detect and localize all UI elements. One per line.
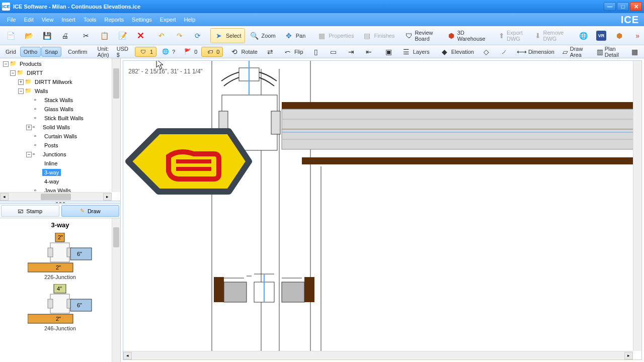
cube-button[interactable]: ⬢: [611, 28, 628, 43]
finishes-button[interactable]: ▤Finishes: [358, 28, 398, 43]
review-board-button[interactable]: 🛡Review Board: [402, 27, 439, 44]
close-button[interactable]: ✕: [630, 2, 642, 11]
badge-1[interactable]: 🛡1: [135, 47, 156, 57]
drawarea-button[interactable]: ▱Draw Area: [558, 47, 590, 57]
elev2-button[interactable]: ◇: [478, 47, 495, 57]
menu-reports[interactable]: Reports: [101, 15, 128, 25]
layers-a-button[interactable]: ▣: [380, 47, 397, 57]
menu-expert[interactable]: Expert: [156, 15, 180, 25]
layers-button[interactable]: ☰Layers: [398, 47, 433, 57]
currency-selector[interactable]: USD $: [113, 47, 132, 57]
save-button[interactable]: 💾: [38, 28, 55, 43]
tree-millwork[interactable]: +📁DIRTT Millwork: [1, 77, 119, 86]
remove-dwg-button[interactable]: ⬇Remove DWG: [531, 27, 571, 44]
junction-preview-1[interactable]: 2" 6" 2": [28, 233, 93, 273]
tree-stack[interactable]: ▫Stack Walls: [1, 96, 119, 105]
folder-icon: 📁: [17, 69, 24, 76]
draw-mode[interactable]: ✎Draw: [61, 205, 120, 217]
undo-button[interactable]: ↶: [153, 28, 170, 43]
plandetail-button[interactable]: ▥Plan Detail: [593, 47, 626, 57]
rotate-button[interactable]: ⟲Rotate: [226, 47, 261, 57]
align4-button[interactable]: ⇤: [360, 47, 377, 57]
cut-button[interactable]: ✂: [77, 28, 95, 43]
elevation-button[interactable]: ◆Elevation: [436, 47, 477, 57]
badge-q[interactable]: 🌐?: [157, 47, 179, 57]
mirror-button[interactable]: ⇄: [262, 47, 279, 57]
badge-0a[interactable]: 🚩0: [179, 47, 201, 57]
junction-preview-2[interactable]: 4" 6" 2": [28, 284, 93, 324]
tree-glass[interactable]: ▫Glass Walls: [1, 105, 119, 114]
copy-button[interactable]: 📋: [96, 28, 113, 43]
svg-rect-7: [28, 263, 73, 272]
maximize-button[interactable]: □: [617, 2, 629, 11]
menu-tools[interactable]: Tools: [79, 15, 101, 25]
expand-icon[interactable]: +: [26, 125, 32, 130]
svg-rect-41: [282, 282, 304, 302]
globe-button[interactable]: 🌐: [575, 28, 592, 43]
tree-4way[interactable]: 4-way: [1, 177, 119, 186]
badge-0b[interactable]: 🏷0: [201, 47, 223, 57]
canvas-vscroll[interactable]: [633, 61, 641, 351]
tree-stick[interactable]: ▫Stick Built Walls: [1, 114, 119, 123]
snap-toggle[interactable]: Snap: [41, 47, 61, 57]
stamp-mode[interactable]: 🖃Stamp: [1, 205, 59, 217]
svg-rect-3: [48, 248, 53, 257]
paste-button[interactable]: 📝: [114, 28, 131, 43]
select-tool[interactable]: ➤Select: [210, 28, 245, 43]
print-button[interactable]: 🖨: [56, 28, 73, 43]
collapse-icon[interactable]: −: [3, 61, 9, 67]
menu-insert[interactable]: Insert: [57, 15, 79, 25]
vr-button[interactable]: VR: [593, 28, 610, 43]
elev3-button[interactable]: ⟋: [496, 47, 513, 57]
tree-scrollbar[interactable]: [112, 58, 120, 192]
tree-root[interactable]: −📁Products: [1, 59, 119, 68]
tree-dirtt[interactable]: −📁DIRTT: [1, 68, 119, 77]
menu-view[interactable]: View: [38, 15, 58, 25]
junction-2-label: 246-Junction: [0, 325, 120, 331]
collapse-icon[interactable]: −: [26, 152, 32, 157]
refresh-button[interactable]: ⟳: [189, 28, 206, 43]
plan2-button[interactable]: ▦: [626, 47, 643, 57]
expand-icon[interactable]: +: [18, 79, 24, 85]
confirm-button[interactable]: Confirm: [64, 47, 91, 57]
overflow-button[interactable]: »: [629, 28, 644, 43]
svg-rect-38: [214, 277, 224, 302]
menu-file[interactable]: File: [3, 15, 20, 25]
align3-button[interactable]: ⇥: [343, 47, 360, 57]
new-button[interactable]: 📄: [2, 28, 19, 43]
canvas-hscroll[interactable]: ◂▸: [123, 351, 633, 359]
tree-inline[interactable]: Inline: [1, 159, 119, 168]
menu-help[interactable]: Help: [180, 15, 200, 25]
tree-posts[interactable]: ▫Posts: [1, 141, 119, 150]
cube-icon: ⬢: [614, 31, 624, 41]
delete-button[interactable]: ✕: [132, 28, 149, 43]
drawing-canvas[interactable]: 282' - 2 15/16", 31' - 11 1/4": [123, 60, 642, 360]
tree-junctions[interactable]: −▫Junctions: [1, 150, 119, 159]
tree-walls[interactable]: −📁Walls: [1, 86, 119, 96]
menu-edit[interactable]: Edit: [20, 15, 38, 25]
open-button[interactable]: 📂: [20, 28, 37, 43]
grid-toggle[interactable]: Grid: [2, 47, 20, 57]
warehouse-button[interactable]: ⬢3D Warehouse: [443, 27, 491, 44]
collapse-icon[interactable]: −: [18, 88, 24, 94]
unit-selector[interactable]: Unit: A(in): [94, 47, 113, 57]
properties-button[interactable]: ▦Properties: [313, 28, 357, 43]
dimension-button[interactable]: ⟷Dimension: [513, 47, 558, 57]
tree-solid[interactable]: +▫Solid Walls: [1, 123, 119, 132]
tree-hscroll[interactable]: ◂▸: [0, 192, 112, 201]
zoom-tool[interactable]: 🔍Zoom: [246, 28, 279, 43]
menu-settings[interactable]: Settings: [128, 15, 156, 25]
collapse-icon[interactable]: −: [10, 70, 16, 76]
export-dwg-button[interactable]: ⬆Export DWG: [495, 27, 530, 44]
preview-scrollbar[interactable]: [112, 218, 120, 362]
ortho-toggle[interactable]: Ortho: [20, 47, 41, 57]
minimize-button[interactable]: —: [604, 2, 616, 11]
redo-button[interactable]: ↷: [171, 28, 188, 43]
align1-button[interactable]: ▯: [307, 47, 325, 57]
tree-3way[interactable]: 3-way: [1, 168, 119, 177]
flip-button[interactable]: ⤺Flip: [279, 47, 307, 57]
pan-tool[interactable]: ✥Pan: [280, 28, 309, 43]
svg-rect-42: [304, 277, 314, 302]
tree-curtain[interactable]: ▫Curtain Walls: [1, 132, 119, 141]
align2-button[interactable]: ▭: [325, 47, 342, 57]
